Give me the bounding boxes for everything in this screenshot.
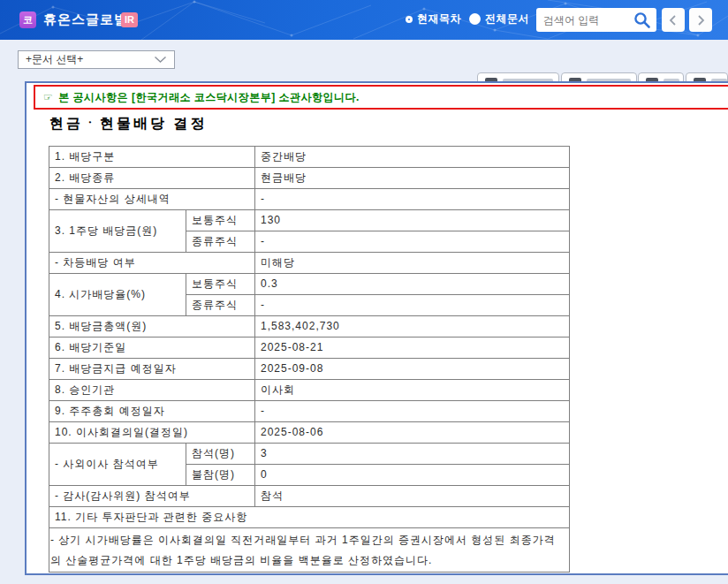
table-row: 6. 배당기준일2025-08-21: [49, 338, 570, 359]
table-label-cell: 9. 주주총회 예정일자: [49, 401, 255, 422]
table-row: 10. 이사회결의일(결정일)2025-08-06: [49, 422, 570, 444]
table-label-cell: 8. 승인기관: [49, 380, 255, 401]
document-select-label: +문서 선택+: [26, 52, 83, 67]
radio-solid-icon: [469, 13, 481, 25]
table-row: - 상기 시가배당률은 이사회결의일 직전거래일부터 과거 1주일간의 증권시장…: [49, 528, 570, 573]
chevron-down-icon: [154, 56, 167, 64]
table-label-cell: 2. 배당종류: [49, 168, 255, 189]
table-sublabel-cell: 보통주식: [186, 274, 255, 295]
table-value-cell: 2025-08-21: [255, 338, 570, 359]
table-label-cell: - 차등배당 여부: [49, 253, 255, 274]
prev-result-button[interactable]: [662, 8, 685, 32]
table-value-cell: 1,583,402,730: [255, 316, 570, 338]
table-value-cell: -: [255, 295, 570, 316]
table-label-cell: 10. 이사회결의일(결정일): [49, 422, 255, 444]
table-row: - 차등배당 여부미해당: [49, 253, 570, 274]
table-row: 1. 배당구분중간배당: [49, 147, 570, 168]
radio-whole-document[interactable]: 전체문서: [469, 11, 529, 27]
chevron-left-icon: [668, 14, 679, 27]
table-sublabel-cell: 종류주식: [186, 231, 255, 253]
table-value-cell: 중간배당: [255, 147, 570, 168]
table-label-cell: - 감사(감사위원) 참석여부: [49, 486, 255, 507]
table-label-cell: 3. 1주당 배당금(원): [49, 210, 186, 253]
table-row: 9. 주주총회 예정일자-: [49, 401, 570, 422]
magnifier-icon[interactable]: [633, 11, 652, 30]
table-label-cell: 7. 배당금지급 예정일자: [49, 359, 255, 380]
header-bar: 코 휴온스글로벌 IR 현재목차 전체문서: [0, 0, 728, 40]
company-name: 휴온스글로벌: [43, 11, 128, 28]
table-label-cell: 5. 배당금총액(원): [49, 316, 255, 338]
table-sublabel-cell: 보통주식: [186, 210, 255, 231]
table-sublabel-cell: 종류주식: [186, 295, 255, 316]
table-value-cell: 0: [255, 465, 570, 486]
table-value-cell: -: [255, 401, 570, 422]
document-select-dropdown[interactable]: +문서 선택+: [18, 50, 175, 69]
table-row: 7. 배당금지급 예정일자2025-09-08: [49, 359, 570, 380]
table-sublabel-cell: 참석(명): [186, 444, 255, 465]
table-row: 3. 1주당 배당금(원)보통주식130: [49, 210, 570, 231]
radio-whole-document-label: 전체문서: [485, 11, 529, 27]
market-kosdaq-badge: 코: [19, 11, 36, 28]
search-input[interactable]: [536, 14, 633, 27]
table-fullwidth-cell: 11. 기타 투자판단과 관련한 중요사항: [49, 507, 570, 528]
table-value-cell: 0.3: [255, 274, 570, 295]
table-row: - 감사(감사위원) 참석여부참석: [49, 486, 570, 507]
ir-badge: IR: [121, 12, 138, 27]
table-value-cell: -: [255, 231, 570, 253]
table-label-cell: 6. 배당기준일: [49, 338, 255, 359]
next-result-button[interactable]: [689, 8, 712, 32]
chevron-right-icon: [695, 14, 706, 27]
table-label-cell: - 현물자산의 상세내역: [49, 189, 255, 210]
table-sublabel-cell: 불참(명): [186, 465, 255, 486]
document-panel: ☞ 본 공시사항은 [한국거래소 코스닥시장본부] 소관사항입니다. 현금ㆍ현물…: [25, 81, 728, 575]
radio-ring-icon: [406, 16, 413, 23]
table-value-cell: 3: [255, 444, 570, 465]
disclosure-viewer-window: 코 휴온스글로벌 IR 현재목차 전체문서: [0, 0, 728, 584]
table-value-cell: 참석: [255, 486, 570, 507]
table-row: 4. 시가배당율(%)보통주식0.3: [49, 274, 570, 295]
dividend-decision-table: 1. 배당구분중간배당2. 배당종류현금배당- 현물자산의 상세내역-3. 1주…: [49, 146, 570, 573]
table-value-cell: 2025-08-06: [255, 422, 570, 444]
table-value-cell: 이사회: [255, 380, 570, 401]
table-label-cell: 4. 시가배당율(%): [49, 274, 186, 316]
table-row: 8. 승인기관이사회: [49, 380, 570, 401]
table-label-cell: - 사외이사 참석여부: [49, 444, 186, 486]
table-row: 5. 배당금총액(원)1,583,402,730: [49, 316, 570, 338]
radio-current-toc[interactable]: 현재목차: [406, 11, 461, 27]
table-row: - 사외이사 참석여부참석(명)3: [49, 444, 570, 465]
table-value-cell: 130: [255, 210, 570, 231]
table-value-cell: 현금배당: [255, 168, 570, 189]
table-label-cell: 1. 배당구분: [49, 147, 255, 168]
document-title: 현금ㆍ현물배당 결정: [49, 115, 207, 133]
table-fullwidth-cell: - 상기 시가배당률은 이사회결의일 직전거래일부터 과거 1주일간의 증권시장…: [49, 528, 570, 573]
table-row: 2. 배당종류현금배당: [49, 168, 570, 189]
table-row: 11. 기타 투자판단과 관련한 중요사항: [49, 507, 570, 528]
table-value-cell: 미해당: [255, 253, 570, 274]
radio-current-toc-label: 현재목차: [417, 11, 461, 27]
jurisdiction-notice: ☞ 본 공시사항은 [한국거래소 코스닥시장본부] 소관사항입니다.: [34, 85, 728, 110]
jurisdiction-notice-text: 본 공시사항은 [한국거래소 코스닥시장본부] 소관사항입니다.: [58, 90, 360, 105]
table-value-cell: -: [255, 189, 570, 210]
table-value-cell: 2025-09-08: [255, 359, 570, 380]
pointer-hand-icon: ☞: [43, 91, 53, 103]
table-row: - 현물자산의 상세내역-: [49, 189, 570, 210]
search-box: [536, 8, 656, 32]
